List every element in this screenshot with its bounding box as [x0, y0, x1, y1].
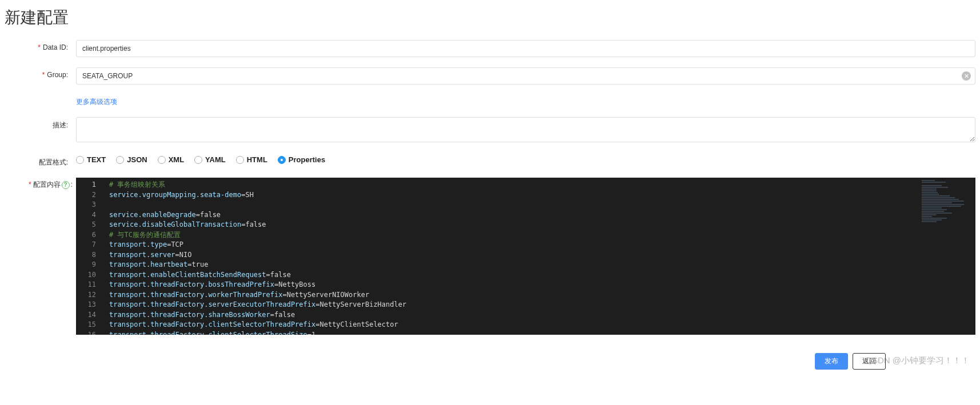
- code-line: # 事务组映射关系: [109, 180, 975, 190]
- radio-icon: [76, 156, 84, 164]
- code-line: transport.heartbeat=true: [109, 260, 975, 270]
- radio-label: HTML: [247, 155, 267, 164]
- description-input[interactable]: [76, 117, 975, 142]
- format-radio-yaml[interactable]: YAML: [194, 155, 226, 164]
- code-line: transport.threadFactory.serverExecutorTh…: [109, 300, 975, 310]
- editor-minimap[interactable]: [918, 178, 975, 335]
- code-line: transport.threadFactory.clientSelectorTh…: [109, 330, 975, 335]
- radio-icon: [116, 156, 124, 164]
- format-radio-html[interactable]: HTML: [236, 155, 267, 164]
- line-number: 1: [76, 180, 96, 190]
- code-line: transport.threadFactory.bossThreadPrefix…: [109, 280, 975, 290]
- row-advanced: 更多高级选项: [5, 95, 975, 107]
- line-number: 9: [76, 260, 96, 270]
- radio-label: YAML: [205, 155, 226, 164]
- label-data-id: Data ID:: [5, 40, 76, 51]
- line-number: 11: [76, 280, 96, 290]
- code-line: transport.type=TCP: [109, 240, 975, 250]
- radio-label: JSON: [127, 155, 147, 164]
- group-input[interactable]: [76, 67, 975, 85]
- footer-actions: 发布 返回: [0, 342, 980, 375]
- editor-code-area[interactable]: # 事务组映射关系service.vgroupMapping.seata-dem…: [109, 178, 975, 335]
- radio-icon: [158, 156, 166, 164]
- code-line: # 与TC服务的通信配置: [109, 230, 975, 240]
- back-button[interactable]: 返回: [853, 353, 886, 370]
- format-radio-json[interactable]: JSON: [116, 155, 147, 164]
- radio-label: TEXT: [87, 155, 106, 164]
- code-line: transport.threadFactory.shareBossWorker=…: [109, 310, 975, 320]
- radio-label: XML: [169, 155, 184, 164]
- label-description: 描述:: [5, 117, 76, 130]
- more-advanced-options-link[interactable]: 更多高级选项: [76, 95, 117, 107]
- line-number: 15: [76, 320, 96, 330]
- code-line: transport.enableClientBatchSendRequest=f…: [109, 270, 975, 280]
- label-group: Group:: [5, 67, 76, 79]
- code-line: [109, 200, 975, 210]
- publish-button[interactable]: 发布: [815, 353, 848, 370]
- format-radio-group: TEXTJSONXMLYAMLHTMLProperties: [76, 154, 975, 164]
- code-line: transport.server=NIO: [109, 250, 975, 260]
- row-config-format: 配置格式: TEXTJSONXMLYAMLHTMLProperties: [5, 154, 975, 167]
- line-number: 12: [76, 290, 96, 300]
- line-number: 8: [76, 250, 96, 260]
- radio-icon: [194, 156, 202, 164]
- spacer: [5, 95, 76, 98]
- code-line: service.disableGlobalTransaction=false: [109, 220, 975, 230]
- label-config-content: *配置内容?:: [5, 178, 76, 190]
- code-line: transport.threadFactory.clientSelectorTh…: [109, 320, 975, 330]
- line-number: 14: [76, 310, 96, 320]
- data-id-input[interactable]: [76, 40, 975, 57]
- line-number: 5: [76, 220, 96, 230]
- clear-icon[interactable]: ✕: [962, 71, 971, 81]
- row-config-content: *配置内容?: 12345678910111213141516 # 事务组映射关…: [5, 178, 975, 335]
- help-icon[interactable]: ?: [62, 181, 70, 189]
- editor-gutter: 12345678910111213141516: [76, 178, 105, 335]
- code-editor[interactable]: 12345678910111213141516 # 事务组映射关系service…: [76, 178, 975, 335]
- line-number: 6: [76, 230, 96, 240]
- line-number: 7: [76, 240, 96, 250]
- radio-icon: [236, 156, 244, 164]
- line-number: 16: [76, 330, 96, 335]
- line-number: 3: [76, 200, 96, 210]
- line-number: 10: [76, 270, 96, 280]
- code-line: service.enableDegrade=false: [109, 210, 975, 220]
- code-line: transport.threadFactory.workerThreadPref…: [109, 290, 975, 300]
- row-group: Group: ✕: [5, 67, 975, 85]
- format-radio-text[interactable]: TEXT: [76, 155, 106, 164]
- line-number: 2: [76, 190, 96, 201]
- radio-icon: [278, 156, 286, 164]
- format-radio-properties[interactable]: Properties: [278, 155, 325, 164]
- code-line: service.vgroupMapping.seata-demo=SH: [109, 190, 975, 201]
- line-number: 4: [76, 210, 96, 220]
- row-data-id: Data ID:: [5, 40, 975, 57]
- label-config-format: 配置格式:: [5, 154, 76, 167]
- radio-label: Properties: [289, 155, 325, 164]
- row-description: 描述:: [5, 117, 975, 144]
- page-title: 新建配置: [0, 0, 980, 40]
- format-radio-xml[interactable]: XML: [158, 155, 184, 164]
- line-number: 13: [76, 300, 96, 310]
